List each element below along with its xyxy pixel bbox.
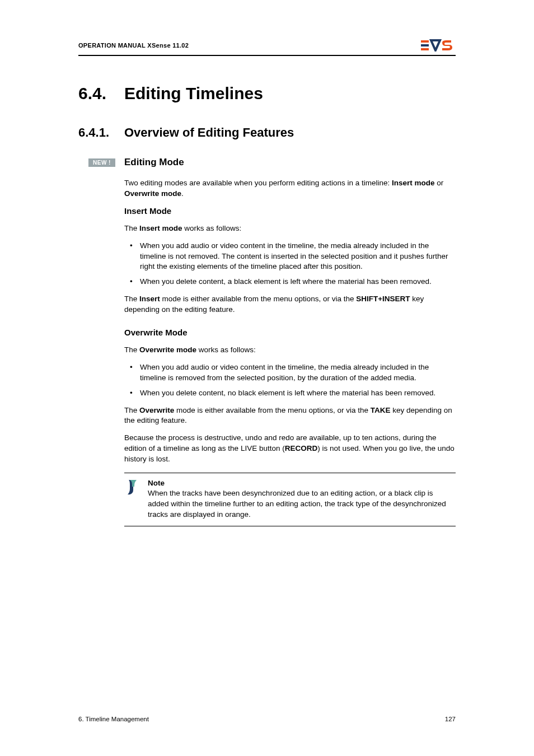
list-item: When you delete content, no black elemen… bbox=[124, 388, 456, 399]
note-text: When the tracks have been desynchronized… bbox=[148, 488, 456, 520]
text: works as follows: bbox=[182, 224, 242, 232]
editing-mode-heading-row: NEW ! Editing Mode bbox=[124, 157, 456, 168]
text: Two editing modes are available when you… bbox=[124, 179, 392, 187]
text: mode is either available from the menu o… bbox=[174, 406, 370, 414]
svg-rect-2 bbox=[421, 48, 429, 50]
insert-mode-heading: Insert Mode bbox=[124, 206, 456, 216]
insert-mode-bold: Insert mode bbox=[392, 179, 435, 187]
overwrite-tail: The Overwrite mode is either available f… bbox=[124, 405, 456, 427]
svg-rect-0 bbox=[421, 40, 429, 43]
text: The bbox=[124, 295, 139, 303]
note-content: Note When the tracks have been desynchro… bbox=[148, 479, 456, 520]
page-header: OPERATION MANUAL XSense 11.02 bbox=[78, 39, 456, 56]
text: or bbox=[435, 179, 444, 187]
new-badge: NEW ! bbox=[88, 158, 115, 167]
subsection-title: Overview of Editing Features bbox=[124, 125, 294, 140]
overwrite-mode-bold: Overwrite mode bbox=[139, 346, 196, 354]
overwrite-mode-heading: Overwrite Mode bbox=[124, 328, 456, 337]
page-footer: 6. Timeline Management 127 bbox=[78, 716, 456, 722]
overwrite-bold: Overwrite bbox=[139, 406, 174, 414]
insert-mode-bold: Insert mode bbox=[139, 224, 182, 232]
text: works as follows: bbox=[196, 346, 256, 354]
insert-lead: The Insert mode works as follows: bbox=[124, 223, 456, 234]
note-icon bbox=[124, 479, 140, 520]
overwrite-mode-bold: Overwrite mode bbox=[124, 189, 181, 198]
list-item: When you add audio or video content in t… bbox=[124, 362, 456, 384]
text: The bbox=[124, 224, 139, 232]
manual-title: OPERATION MANUAL XSense 11.02 bbox=[78, 42, 189, 49]
shift-insert-bold: SHIFT+INSERT bbox=[356, 295, 410, 303]
insert-tail: The Insert mode is either available from… bbox=[124, 294, 456, 315]
list-item: When you delete content, a black element… bbox=[124, 277, 456, 287]
evs-logo bbox=[421, 39, 456, 52]
text: . bbox=[181, 189, 184, 198]
section-6-4-heading: 6.4. Editing Timelines bbox=[78, 84, 456, 103]
content-body: NEW ! Editing Mode Two editing modes are… bbox=[124, 157, 456, 526]
editing-mode-heading: Editing Mode bbox=[124, 157, 184, 168]
overwrite-list: When you add audio or video content in t… bbox=[124, 362, 456, 399]
insert-list: When you add audio or video content in t… bbox=[124, 241, 456, 288]
footer-section: 6. Timeline Management bbox=[78, 716, 149, 722]
text: The bbox=[124, 346, 139, 354]
section-6-4-1-heading: 6.4.1. Overview of Editing Features bbox=[78, 125, 456, 140]
section-number: 6.4. bbox=[78, 84, 124, 103]
intro-paragraph: Two editing modes are available when you… bbox=[124, 178, 456, 199]
overwrite-lead: The Overwrite mode works as follows: bbox=[124, 345, 456, 356]
undo-paragraph: Because the process is destructive, undo… bbox=[124, 433, 456, 465]
note-title: Note bbox=[148, 479, 456, 487]
insert-bold: Insert bbox=[139, 295, 160, 303]
record-bold: RECORD bbox=[285, 444, 318, 452]
subsection-number: 6.4.1. bbox=[78, 125, 124, 140]
page: OPERATION MANUAL XSense 11.02 6.4. Editi… bbox=[0, 0, 534, 756]
note-box: Note When the tracks have been desynchro… bbox=[124, 473, 456, 526]
list-item: When you add audio or video content in t… bbox=[124, 241, 456, 273]
page-number: 127 bbox=[445, 716, 456, 722]
take-bold: TAKE bbox=[371, 406, 391, 414]
text: mode is either available from the menu o… bbox=[160, 295, 356, 303]
text: The bbox=[124, 406, 139, 414]
section-title: Editing Timelines bbox=[124, 84, 263, 103]
svg-rect-1 bbox=[421, 44, 429, 46]
